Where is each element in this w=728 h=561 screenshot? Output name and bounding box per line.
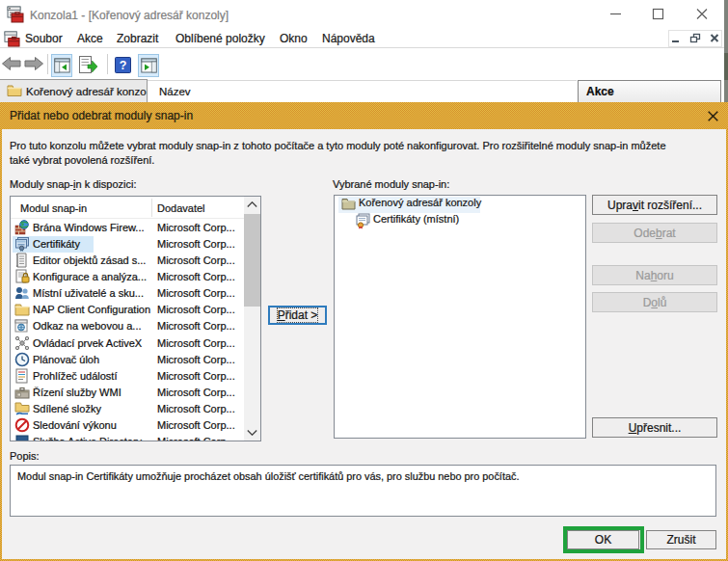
svg-text:?: ? (120, 59, 127, 72)
